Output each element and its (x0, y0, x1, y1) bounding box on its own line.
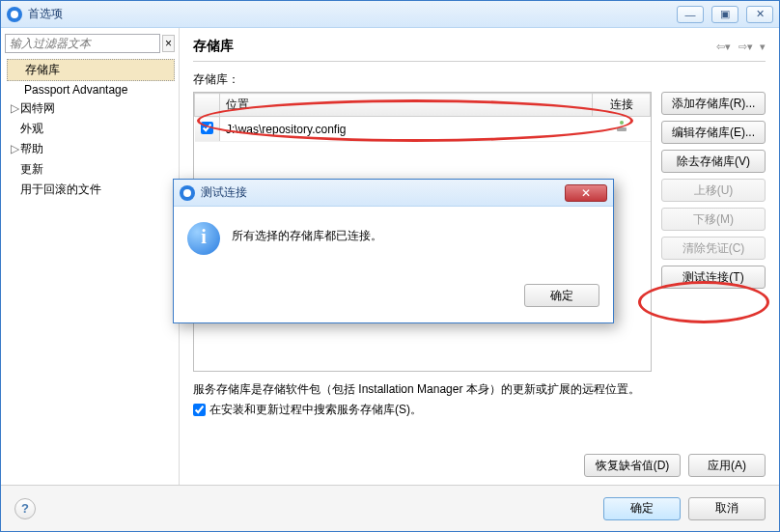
info-icon (187, 222, 220, 255)
help-icon[interactable]: ? (14, 498, 36, 519)
dialog-app-icon (180, 185, 195, 201)
dialog-title: 测试连接 (201, 184, 565, 201)
cancel-button[interactable]: 取消 (688, 497, 766, 520)
restore-defaults-button[interactable]: 恢复缺省值(D) (584, 454, 681, 477)
tree-item-internet[interactable]: ▷因特网 (7, 98, 175, 119)
section-label: 存储库： (193, 71, 766, 88)
move-down-button: 下移(M) (661, 208, 766, 231)
tree-item-rollback[interactable]: 用于回滚的文件 (7, 180, 175, 200)
page-title: 存储库 (193, 38, 712, 55)
preferences-window: 首选项 — ▣ ✕ × 存储库 Passport Advantage ▷因特网 … (0, 0, 780, 532)
connection-ok-icon (615, 121, 628, 134)
test-connection-dialog: 测试连接 ✕ 所有选择的存储库都已连接。 确定 (173, 179, 614, 323)
clear-icon: × (165, 37, 172, 50)
sidebar: × 存储库 Passport Advantage ▷因特网 外观 ▷帮助 更新 … (1, 28, 180, 485)
filter-input[interactable] (5, 34, 160, 53)
forward-icon[interactable]: ⇨▾ (738, 41, 753, 52)
dialog-message: 所有选择的存储库都已连接。 (232, 222, 599, 244)
tree-item-update[interactable]: 更新 (7, 159, 175, 180)
col-connection-header[interactable]: 连接 (593, 94, 651, 117)
add-repo-button[interactable]: 添加存储库(R)... (661, 92, 766, 115)
tree-item-appearance[interactable]: 外观 (7, 119, 175, 139)
nav-arrows: ⇦▾ ⇨▾ ▾ (712, 40, 766, 53)
clear-credentials-button: 清除凭证(C) (661, 237, 766, 260)
col-location-header[interactable]: 位置 (220, 94, 593, 117)
window-title: 首选项 (28, 6, 677, 22)
dialog-ok-button[interactable]: 确定 (524, 284, 599, 307)
clear-filter-button[interactable]: × (162, 35, 175, 52)
remove-repo-button[interactable]: 除去存储库(V) (661, 150, 766, 173)
tree-item-passport[interactable]: Passport Advantage (7, 81, 175, 98)
apply-button[interactable]: 应用(A) (688, 454, 766, 477)
search-service-repo-checkbox[interactable] (193, 404, 206, 416)
app-icon (7, 7, 22, 22)
minimize-button[interactable]: — (677, 6, 704, 23)
row-checkbox[interactable] (201, 122, 213, 134)
test-connection-button[interactable]: 测试连接(T) (661, 266, 766, 289)
main-titlebar[interactable]: 首选项 — ▣ ✕ (1, 1, 779, 28)
col-checkbox-header (195, 94, 220, 117)
edit-repo-button[interactable]: 编辑存储库(E)... (661, 121, 766, 144)
description-text: 服务存储库是存储软件包（包括 Installation Manager 本身）的… (193, 381, 766, 398)
triangle-icon: ▷ (11, 101, 20, 115)
tree-item-repository[interactable]: 存储库 (7, 59, 175, 81)
tree-item-help[interactable]: ▷帮助 (7, 139, 175, 159)
footer: ? 确定 取消 (1, 485, 779, 531)
ok-button[interactable]: 确定 (603, 497, 681, 520)
back-icon[interactable]: ⇦▾ (716, 41, 731, 52)
maximize-button[interactable]: ▣ (711, 6, 738, 23)
row-location[interactable]: J:\was\repository.config (220, 117, 593, 142)
search-service-repo-label: 在安装和更新过程中搜索服务存储库(S)。 (209, 402, 422, 418)
close-button[interactable]: ✕ (746, 6, 773, 23)
dialog-close-button[interactable]: ✕ (565, 184, 607, 202)
table-row[interactable]: J:\was\repository.config (195, 117, 651, 142)
menu-icon[interactable]: ▾ (760, 41, 766, 52)
move-up-button: 上移(U) (661, 179, 766, 202)
repo-button-column: 添加存储库(R)... 编辑存储库(E)... 除去存储库(V) 上移(U) 下… (661, 92, 766, 372)
nav-tree: 存储库 Passport Advantage ▷因特网 外观 ▷帮助 更新 用于… (5, 57, 175, 200)
triangle-icon: ▷ (11, 142, 20, 155)
